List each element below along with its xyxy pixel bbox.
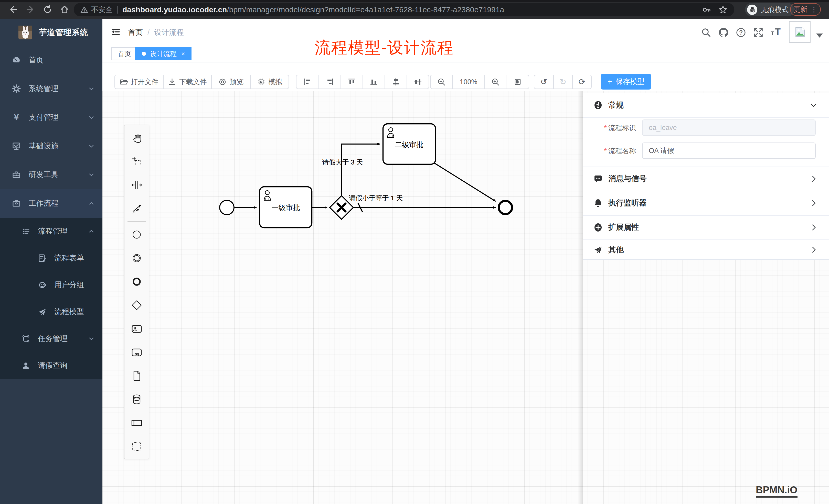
- refresh-button[interactable]: ⟳: [572, 75, 591, 88]
- download-file-button[interactable]: 下载文件: [163, 75, 211, 88]
- tags-view-bar: 首页 设计流程 ×: [102, 45, 829, 63]
- list-icon: [22, 227, 30, 236]
- section-general[interactable]: 常规: [583, 93, 829, 117]
- tag-tab-home[interactable]: 首页: [111, 47, 138, 60]
- update-button[interactable]: 更新 ⋮: [790, 3, 821, 16]
- sidebar-item-payment[interactable]: ¥ 支付管理: [0, 103, 102, 132]
- required-mark: *: [604, 147, 607, 155]
- app-title: 芋道管理系统: [39, 27, 88, 38]
- flow-label-gt3[interactable]: 请假大于 3 天: [322, 158, 363, 166]
- tag-tab-design-process[interactable]: 设计流程 ×: [135, 47, 191, 60]
- zoom-level[interactable]: 100%: [452, 75, 484, 88]
- forward-icon[interactable]: [25, 3, 37, 15]
- chevron-down-icon: [88, 171, 95, 178]
- back-icon[interactable]: [7, 3, 19, 15]
- sidebar-item-label: 用户分组: [54, 280, 84, 290]
- home-icon[interactable]: [58, 3, 71, 15]
- rabbit-logo: [19, 26, 32, 39]
- sidebar-item-label: 基础设施: [29, 141, 58, 151]
- font-size-icon[interactable]: тT: [769, 26, 783, 39]
- bpmn-io-watermark[interactable]: BPMN.iO: [756, 484, 797, 498]
- section-message-signal[interactable]: 消息与信号: [583, 166, 829, 191]
- flow-gateway-to-task2[interactable]: [341, 144, 380, 195]
- sidebar-item-label: 工作流程: [29, 198, 58, 208]
- overlay-title: 流程模型-设计流程: [315, 37, 454, 58]
- reload-icon[interactable]: [41, 3, 54, 15]
- panel-shadow: [578, 91, 583, 504]
- align-center-horizontal-icon[interactable]: [385, 75, 406, 88]
- save-model-button[interactable]: + 保存模型: [601, 74, 651, 89]
- preview-button[interactable]: 预览: [211, 75, 250, 88]
- download-icon: [168, 78, 176, 86]
- caret-down-icon[interactable]: [816, 34, 823, 38]
- key-icon[interactable]: [702, 5, 711, 14]
- message-icon: [593, 174, 603, 184]
- end-event[interactable]: [499, 201, 512, 214]
- redo-button[interactable]: ↻: [553, 75, 572, 88]
- align-right-icon[interactable]: [319, 75, 340, 88]
- star-icon[interactable]: [718, 5, 728, 14]
- sidebar-item-task-management[interactable]: 任务管理: [0, 325, 102, 352]
- button-label: 模拟: [268, 77, 282, 86]
- user-task-level1[interactable]: 一级审批: [260, 187, 312, 228]
- sidebar-item-leave-query[interactable]: 请假查询: [0, 352, 102, 379]
- zoom-out-button[interactable]: [431, 75, 452, 88]
- undo-button[interactable]: ↺: [534, 75, 553, 88]
- zoom-reset-button[interactable]: [506, 75, 529, 88]
- browser-menu-dots-icon[interactable]: ⋮: [810, 5, 818, 13]
- chevron-up-icon: [88, 200, 95, 207]
- section-execution-listener[interactable]: 执行监听器: [583, 191, 829, 215]
- yen-icon: ¥: [12, 113, 21, 122]
- file-button-group: 打开文件 下载文件 预览 模拟: [114, 75, 289, 89]
- security-label[interactable]: 不安全: [91, 5, 113, 14]
- align-top-icon[interactable]: [340, 75, 363, 88]
- chevron-down-icon: [88, 85, 95, 92]
- start-event[interactable]: [220, 200, 234, 215]
- zoom-button-group: 100%: [430, 75, 529, 89]
- form-icon: [38, 254, 46, 263]
- app-logo-row[interactable]: 芋道管理系统: [0, 19, 102, 46]
- close-icon[interactable]: ×: [181, 50, 185, 57]
- folder-open-icon: [119, 78, 128, 86]
- open-file-button[interactable]: 打开文件: [115, 75, 163, 88]
- sidebar-item-devtools[interactable]: 研发工具: [0, 160, 102, 189]
- section-other[interactable]: 其他: [583, 239, 829, 260]
- align-bottom-icon[interactable]: [363, 75, 385, 88]
- user-task-level2[interactable]: 二级审批: [383, 124, 435, 164]
- help-icon[interactable]: ?: [734, 26, 748, 39]
- sidebar-item-system[interactable]: 系统管理: [0, 74, 102, 103]
- update-label[interactable]: 更新: [794, 5, 807, 14]
- zoom-in-button[interactable]: [484, 75, 506, 88]
- button-label: 下载文件: [179, 77, 207, 86]
- sidebar-item-home[interactable]: 首页: [0, 46, 102, 74]
- task-label: 二级审批: [395, 141, 424, 149]
- breadcrumb-home[interactable]: 首页: [128, 27, 143, 38]
- plus-icon: +: [608, 77, 612, 86]
- avatar[interactable]: [789, 21, 810, 43]
- github-icon[interactable]: [717, 26, 730, 39]
- url-bar[interactable]: 不安全 dashboard.yudao.iocoder.cn/bpm/manag…: [74, 3, 734, 16]
- sidebar-item-workflow[interactable]: 工作流程: [0, 189, 102, 218]
- fullscreen-icon[interactable]: [752, 26, 765, 39]
- section-label: 扩展属性: [608, 222, 639, 233]
- incognito-icon: [747, 5, 757, 15]
- devtools-icon: [12, 170, 21, 179]
- section-extended-attributes[interactable]: 扩展属性: [583, 215, 829, 239]
- sidebar-item-process-management[interactable]: 流程管理: [0, 218, 102, 244]
- sidebar-item-process-model[interactable]: 流程模型: [0, 298, 102, 325]
- flow-task2-to-end[interactable]: [434, 163, 496, 201]
- flow-label-le1[interactable]: 请假小于等于 1 天: [349, 194, 403, 202]
- align-center-vertical-icon[interactable]: [406, 75, 429, 88]
- align-left-icon[interactable]: [296, 75, 319, 88]
- process-name-input[interactable]: [642, 143, 816, 159]
- search-icon[interactable]: [699, 26, 713, 39]
- sidebar-collapse-icon[interactable]: [110, 26, 121, 38]
- plus-circle-icon: [593, 223, 603, 232]
- sidebar-item-infrastructure[interactable]: 基础设施: [0, 132, 102, 160]
- sidebar-item-user-group[interactable]: 用户分组: [0, 271, 102, 298]
- sidebar-item-process-form[interactable]: 流程表单: [0, 244, 102, 271]
- task-label: 一级审批: [272, 204, 300, 211]
- simulate-button[interactable]: 模拟: [250, 75, 289, 88]
- process-key-input[interactable]: [642, 119, 816, 136]
- person-icon: [22, 361, 30, 370]
